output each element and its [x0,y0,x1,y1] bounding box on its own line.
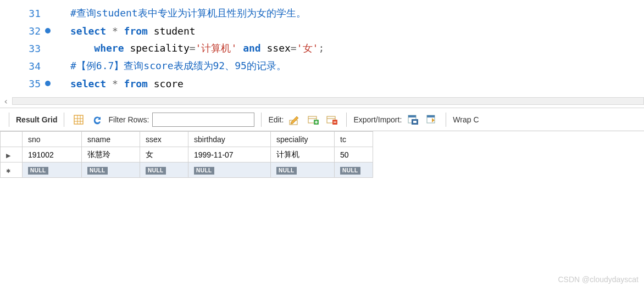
refresh-icon[interactable] [90,112,105,127]
row-marker[interactable] [1,147,23,162]
filter-rows-label: Filter Rows: [108,115,149,124]
code-editor[interactable]: 31#查询student表中专业为计算机且性别为女的学生。32select * … [0,0,644,94]
table-cell[interactable]: 50 [335,147,373,162]
line-number: 32 [29,25,41,37]
null-badge: NULL [146,167,166,175]
code-line[interactable]: 32select * from student [0,22,644,40]
toolbar-divider [346,113,347,127]
null-badge: NULL [87,167,108,175]
code-line[interactable]: 31#查询student表中专业为计算机且性别为女的学生。 [0,4,644,22]
svg-rect-20 [427,115,435,117]
table-cell[interactable]: NULL [271,162,335,178]
result-grid[interactable]: snosnamessexsbirthdayspecialitytc191002张… [0,131,644,178]
scroll-left-arrow-icon[interactable]: ‹ [0,96,12,106]
line-number: 33 [29,43,41,54]
line-number: 34 [29,60,41,72]
table-cell[interactable]: NULL [140,162,188,178]
result-grid-label: Result Grid [16,115,57,124]
null-badge: NULL [28,167,48,175]
table-cell[interactable]: 计算机 [271,147,335,162]
null-badge: NULL [194,167,214,175]
table-row[interactable]: NULLNULLNULLNULLNULLNULL [1,162,373,178]
code-text[interactable]: select * from score [55,78,184,89]
edit-row-icon[interactable] [287,112,302,127]
column-header[interactable]: sname [82,132,140,147]
breakpoint-icon[interactable] [45,81,51,86]
code-line[interactable]: 34#【例6.7】查询score表成绩为92、95的记录。 [0,57,644,75]
table-cell[interactable]: NULL [335,162,373,178]
column-header[interactable]: tc [335,132,373,147]
rowheader-blank [1,132,23,147]
result-toolbar: Result Grid Filter Rows: Edit: Export/Im… [0,108,644,131]
watermark-text: CSDN @cloudydayscat [558,275,639,284]
column-header[interactable]: sno [23,132,82,147]
code-text[interactable]: where speciality='计算机' and ssex='女'; [55,42,324,55]
line-number: 35 [29,78,41,89]
edit-label: Edit: [268,115,284,124]
column-header[interactable]: ssex [140,132,188,147]
export-import-label: Export/Import: [353,115,402,124]
line-number: 31 [29,8,41,19]
column-header[interactable]: sbirthday [188,132,271,147]
scroll-track[interactable] [12,97,644,105]
export-icon[interactable] [405,112,420,127]
wrap-label: Wrap C [453,115,479,124]
code-line[interactable]: 35select * from score [0,75,644,92]
column-header[interactable]: speciality [271,132,335,147]
code-line[interactable]: 33 where speciality='计算机' and ssex='女'; [0,40,644,57]
table-cell[interactable]: NULL [188,162,271,178]
toolbar-divider [446,113,446,127]
null-badge: NULL [276,167,297,175]
delete-row-icon[interactable] [324,112,340,127]
breakpoint-icon[interactable] [45,28,51,33]
editor-horizontal-scrollbar[interactable]: ‹ [0,94,644,108]
gutter[interactable]: 35 [0,78,55,89]
code-text[interactable]: #查询student表中专业为计算机且性别为女的学生。 [55,7,306,20]
toolbar-divider [64,113,64,127]
gutter[interactable]: 34 [0,60,55,72]
table-cell[interactable]: NULL [23,162,82,178]
svg-rect-0 [74,115,83,124]
null-badge: NULL [340,167,360,175]
grid-view-icon[interactable] [71,112,86,127]
table-cell[interactable]: NULL [82,162,140,178]
table-cell[interactable]: 1999-11-07 [188,147,271,162]
toolbar-divider [261,113,262,127]
code-text[interactable]: #【例6.7】查询score表成绩为92、95的记录。 [55,59,286,72]
import-icon[interactable] [424,112,439,127]
table-cell[interactable]: 女 [140,147,188,162]
table-row[interactable]: 191002张慧玲女1999-11-07计算机50 [1,147,373,162]
gutter[interactable]: 33 [0,43,55,54]
gutter[interactable]: 31 [0,8,55,19]
add-row-icon[interactable] [306,112,321,127]
row-marker[interactable] [1,162,23,178]
table-cell[interactable]: 191002 [23,147,82,162]
table-cell[interactable]: 张慧玲 [82,147,140,162]
code-text[interactable]: select * from student [55,25,196,37]
gutter[interactable]: 32 [0,25,55,37]
toolbar-divider [9,113,9,127]
svg-rect-16 [408,115,416,117]
svg-rect-18 [413,121,417,123]
filter-rows-input[interactable] [152,113,254,127]
